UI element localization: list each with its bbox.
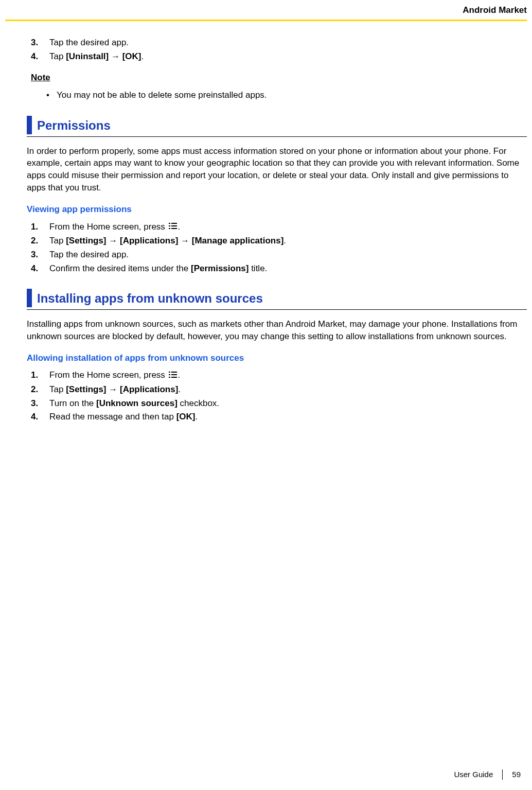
svg-rect-10 xyxy=(169,377,170,378)
bold-text: [Manage applications] xyxy=(192,236,284,245)
text: . xyxy=(178,222,181,232)
text: Tap xyxy=(49,236,66,245)
bullet-dot-icon: • xyxy=(46,89,57,101)
top-steps-list: 3.Tap the desired app.4.Tap [Uninstall] … xyxy=(5,37,527,63)
svg-rect-4 xyxy=(169,228,170,229)
step-text: Confirm the desired items under the [Per… xyxy=(49,262,527,275)
page-footer: User Guide 59 xyxy=(454,769,521,780)
step-text: Tap [Settings] → [Applications]. xyxy=(49,383,527,396)
step-text: Tap [Settings] → [Applications] → [Manag… xyxy=(49,235,527,247)
step-number: 1. xyxy=(31,369,49,381)
section2-subheading: Allowing installation of apps from unkno… xyxy=(27,352,527,364)
step-number: 3. xyxy=(31,249,49,261)
list-item: 3.Tap the desired app. xyxy=(31,37,527,49)
svg-rect-11 xyxy=(171,377,177,378)
step-text: Tap the desired app. xyxy=(49,249,527,261)
text: Tap xyxy=(49,51,66,61)
text: Tap xyxy=(49,384,66,394)
step-text: Read the message and then tap [OK]. xyxy=(49,411,527,423)
text: . xyxy=(196,412,198,422)
svg-rect-1 xyxy=(171,223,177,224)
text: . xyxy=(141,51,144,61)
bold-text: [Settings] xyxy=(66,236,106,245)
arrow-right-icon: → xyxy=(109,51,122,61)
bold-text: [Permissions] xyxy=(191,264,249,273)
list-item: 3.Turn on the [Unknown sources] checkbox… xyxy=(31,397,527,410)
bold-text: [Unknown sources] xyxy=(96,398,178,408)
bold-text: [Applications] xyxy=(120,384,178,394)
svg-rect-3 xyxy=(171,225,177,226)
text: Turn on the xyxy=(49,398,96,408)
list-item: 1.From the Home screen, press . xyxy=(31,221,527,233)
arrow-right-icon: → xyxy=(178,236,191,245)
text: checkbox. xyxy=(178,398,219,408)
section-title: Installing apps from unknown sources xyxy=(37,289,263,307)
text: Tap the desired app. xyxy=(49,38,129,47)
section-title: Permissions xyxy=(37,116,111,134)
svg-rect-7 xyxy=(171,372,177,373)
text: Tap the desired app. xyxy=(49,250,129,259)
svg-rect-5 xyxy=(171,228,177,229)
step-text: Tap [Uninstall] → [OK]. xyxy=(49,50,527,63)
step-number: 2. xyxy=(31,235,49,247)
menu-icon xyxy=(169,221,177,233)
bullet-text: You may not be able to delete some prein… xyxy=(57,89,267,101)
section1-subheading: Viewing app permissions xyxy=(27,203,527,216)
text: . xyxy=(283,236,286,245)
section2-steps: 1.From the Home screen, press .2.Tap [Se… xyxy=(5,369,527,423)
step-text: From the Home screen, press . xyxy=(49,221,527,233)
bullet-item: •You may not be able to delete some prei… xyxy=(46,89,527,101)
bold-text: [OK] xyxy=(122,51,141,61)
list-item: 4.Tap [Uninstall] → [OK]. xyxy=(31,50,527,63)
text: From the Home screen, press xyxy=(49,222,168,232)
step-text: From the Home screen, press . xyxy=(49,369,527,381)
text: From the Home screen, press xyxy=(49,370,168,380)
step-number: 3. xyxy=(31,37,49,49)
text: title. xyxy=(249,264,267,273)
bold-text: [OK] xyxy=(176,412,196,422)
step-number: 2. xyxy=(31,383,49,396)
section-heading-permissions: Permissions xyxy=(27,116,527,137)
bold-text: [Uninstall] xyxy=(66,51,109,61)
menu-icon xyxy=(169,370,177,382)
svg-rect-9 xyxy=(171,374,177,375)
svg-rect-2 xyxy=(169,225,170,226)
footer-divider xyxy=(502,769,503,780)
list-item: 3.Tap the desired app. xyxy=(31,249,527,261)
text: . xyxy=(178,384,181,394)
section-accent-bar xyxy=(27,289,32,307)
section1-paragraph: In order to perform properly, some apps … xyxy=(27,145,526,194)
page-number: 59 xyxy=(512,769,521,780)
text: Confirm the desired items under the xyxy=(49,264,191,273)
svg-rect-0 xyxy=(169,223,170,224)
section2-paragraph: Installing apps from unknown sources, su… xyxy=(27,318,526,343)
text: You may not be able to delete some prein… xyxy=(57,90,267,100)
step-number: 4. xyxy=(31,262,49,275)
footer-label: User Guide xyxy=(454,769,493,780)
arrow-right-icon: → xyxy=(107,236,120,245)
list-item: 4.Confirm the desired items under the [P… xyxy=(31,262,527,275)
arrow-right-icon: → xyxy=(107,384,120,394)
page-header-title: Android Market xyxy=(5,4,527,16)
step-number: 4. xyxy=(31,50,49,63)
list-item: 2.Tap [Settings] → [Applications]. xyxy=(31,383,527,396)
section-accent-bar xyxy=(27,116,32,134)
step-text: Turn on the [Unknown sources] checkbox. xyxy=(49,397,527,410)
note-label: Note xyxy=(31,72,527,84)
list-item: 4.Read the message and then tap [OK]. xyxy=(31,411,527,423)
step-number: 3. xyxy=(31,397,49,410)
list-item: 2.Tap [Settings] → [Applications] → [Man… xyxy=(31,235,527,247)
step-number: 4. xyxy=(31,411,49,423)
list-item: 1.From the Home screen, press . xyxy=(31,369,527,381)
text: Read the message and then tap xyxy=(49,412,176,422)
bold-text: [Settings] xyxy=(66,384,106,394)
section1-steps: 1.From the Home screen, press .2.Tap [Se… xyxy=(5,221,527,275)
svg-rect-8 xyxy=(169,374,170,375)
svg-rect-6 xyxy=(169,372,170,373)
section-heading-unknown-sources: Installing apps from unknown sources xyxy=(27,289,527,310)
text: . xyxy=(178,370,181,380)
step-number: 1. xyxy=(31,221,49,233)
note-bullets: •You may not be able to delete some prei… xyxy=(5,89,527,101)
step-text: Tap the desired app. xyxy=(49,37,527,49)
bold-text: [Applications] xyxy=(120,236,178,245)
